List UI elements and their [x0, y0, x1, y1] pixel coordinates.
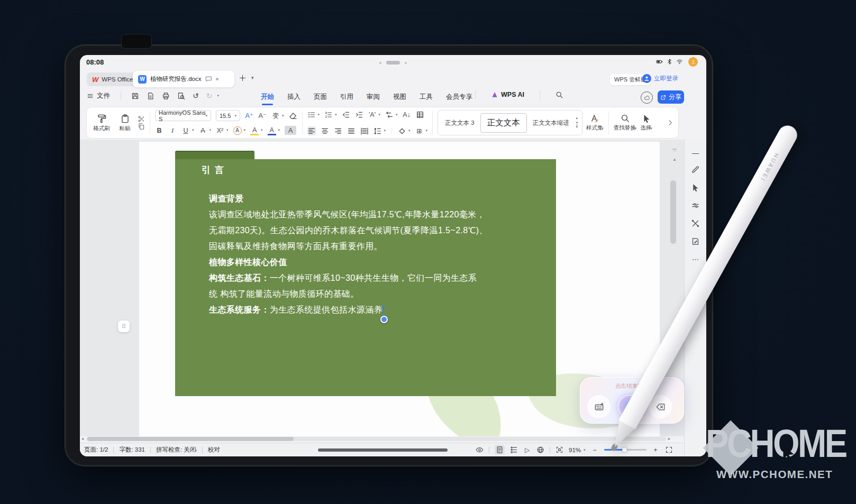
share-button[interactable]: 分享: [658, 90, 684, 104]
spellcheck-toggle[interactable]: 拼写检查: 关闭 ▾: [156, 446, 197, 454]
increase-font-button[interactable]: A⁺: [245, 111, 253, 120]
increase-indent-button[interactable]: [355, 110, 363, 119]
zoom-in-icon[interactable]: +: [652, 446, 660, 454]
distribute-button[interactable]: [360, 126, 369, 135]
find-replace-button[interactable]: 查找替换 ▾: [614, 114, 636, 132]
page-view-icon[interactable]: [495, 445, 505, 455]
justify-button[interactable]: [347, 126, 356, 135]
phonetic-guide-button[interactable]: 'A': [368, 110, 377, 119]
horizontal-scrollbar[interactable]: ◂ ▸: [80, 436, 684, 443]
tools-icon[interactable]: [691, 219, 700, 228]
grid-setting-button[interactable]: [416, 110, 424, 119]
font-color-button[interactable]: A: [268, 125, 276, 135]
pen-edit-icon[interactable]: [691, 165, 700, 174]
superscript-button[interactable]: X²: [216, 126, 224, 135]
tab-page[interactable]: 页面: [314, 90, 327, 104]
tab-tools[interactable]: 工具: [420, 90, 433, 104]
tab-home[interactable]: 开始: [261, 90, 274, 104]
decrease-font-button[interactable]: A⁻: [258, 111, 267, 120]
fit-page-icon[interactable]: [556, 446, 563, 454]
undo-icon[interactable]: ↺: [193, 92, 199, 100]
fullscreen-icon[interactable]: [665, 446, 673, 454]
file-menu-button[interactable]: 文件: [87, 91, 110, 100]
sign-doc-icon[interactable]: [691, 237, 700, 246]
print-preview-icon[interactable]: [177, 92, 185, 100]
scroll-right-icon[interactable]: ▸: [668, 436, 670, 441]
borders-button[interactable]: ⊞: [415, 126, 424, 135]
play-view-icon[interactable]: ▷: [523, 446, 531, 454]
proofread-button[interactable]: 校对: [208, 446, 220, 454]
line-spacing-button[interactable]: [374, 126, 382, 135]
enclosed-char-button[interactable]: A: [233, 126, 242, 135]
more-icon[interactable]: ⋯: [691, 255, 700, 262]
hscroll-thumb[interactable]: [87, 437, 294, 441]
style-item-body3[interactable]: 正文文本 3: [441, 119, 478, 127]
tab-view[interactable]: 视图: [393, 90, 406, 104]
tab-insert[interactable]: 插入: [287, 90, 300, 104]
paste-button[interactable]: 粘贴: [114, 114, 135, 132]
text-effect-button[interactable]: 变: [271, 111, 280, 120]
text-cursor[interactable]: [383, 305, 384, 314]
style-set-button[interactable]: 样式集 ▾: [586, 114, 604, 132]
shading-button[interactable]: [398, 126, 406, 135]
sort-button[interactable]: A↓: [403, 110, 411, 119]
page-count[interactable]: 页面: 1/2: [84, 446, 108, 454]
drag-handle[interactable]: ⠿: [118, 320, 130, 332]
format-painter-button[interactable]: 格式刷: [91, 114, 112, 132]
ribbon-expand-icon[interactable]: [667, 119, 674, 126]
style-item-body-indent[interactable]: 正文文本缩进: [529, 119, 573, 127]
wps-home-button[interactable]: W WPS Office: [87, 72, 139, 86]
align-right-button[interactable]: [334, 126, 342, 135]
word-count[interactable]: 字数: 331: [119, 446, 145, 454]
select-button[interactable]: 选择 ▾: [640, 114, 652, 132]
tab-review[interactable]: 审阅: [367, 90, 380, 104]
lasso-cursor-icon[interactable]: [691, 183, 700, 192]
bold-button[interactable]: B: [155, 126, 163, 135]
cut-icon[interactable]: [138, 115, 145, 123]
align-center-button[interactable]: [321, 126, 329, 135]
cloud-assistant-icon[interactable]: [641, 91, 653, 104]
keyboard-switch-button[interactable]: [587, 395, 611, 418]
scroll-top-icon[interactable]: ▴: [671, 157, 678, 163]
underline-button[interactable]: U: [181, 126, 190, 135]
bullets-button[interactable]: [307, 110, 316, 119]
gallery-more-icon[interactable]: ▾: [576, 125, 578, 129]
style-item-body-selected[interactable]: 正文文本: [480, 113, 527, 133]
zoom-level[interactable]: 91%: [569, 447, 581, 453]
decrease-indent-button[interactable]: [342, 110, 350, 119]
zoom-caret-icon[interactable]: ▾: [584, 448, 586, 452]
new-tab-button[interactable]: [239, 74, 247, 82]
outline-view-icon[interactable]: [510, 446, 518, 454]
tab-membership[interactable]: 会员专享: [446, 90, 472, 104]
adjust-sliders-icon[interactable]: [691, 201, 700, 210]
ime-collapse-icon[interactable]: [671, 146, 678, 152]
redo-icon[interactable]: ↻: [206, 92, 213, 100]
collapse-toolbar-icon[interactable]: —: [691, 149, 700, 156]
tab-reference[interactable]: 引用: [340, 90, 353, 104]
strikethrough-button[interactable]: A: [199, 126, 207, 135]
char-shading-button[interactable]: A: [285, 126, 296, 135]
export-icon[interactable]: [147, 92, 154, 100]
web-view-icon[interactable]: [536, 446, 544, 454]
scroll-left-icon[interactable]: ◂: [81, 436, 84, 441]
align-left-button[interactable]: [307, 126, 316, 135]
print-icon[interactable]: [162, 92, 170, 100]
font-family-select[interactable]: HarmonyOS Sans S ▾: [155, 110, 211, 121]
zoom-out-icon[interactable]: −: [591, 446, 599, 454]
home-indicator[interactable]: [318, 448, 448, 452]
read-mode-icon[interactable]: [476, 446, 484, 454]
tab-list-caret[interactable]: ▾: [251, 75, 254, 80]
italic-button[interactable]: I: [168, 126, 177, 135]
text-direction-button[interactable]: [385, 110, 394, 119]
update-badge-icon[interactable]: [688, 57, 698, 67]
login-button[interactable]: 立即登录: [642, 74, 678, 83]
cursor-handle[interactable]: [380, 316, 388, 323]
green-content-box[interactable]: 引言 调查背景 该调查区域地处北亚热带季风气候区(年均温17.5℃,年降水量12…: [175, 159, 556, 396]
gallery-up-icon[interactable]: ▴: [576, 116, 578, 120]
numbering-button[interactable]: [324, 110, 333, 119]
search-icon[interactable]: [556, 91, 563, 99]
comment-icon[interactable]: [205, 76, 212, 83]
font-size-select[interactable]: 15.5 ▾: [216, 110, 240, 121]
quick-caret-icon[interactable]: ▾: [217, 94, 219, 98]
clear-format-button[interactable]: [289, 111, 297, 120]
